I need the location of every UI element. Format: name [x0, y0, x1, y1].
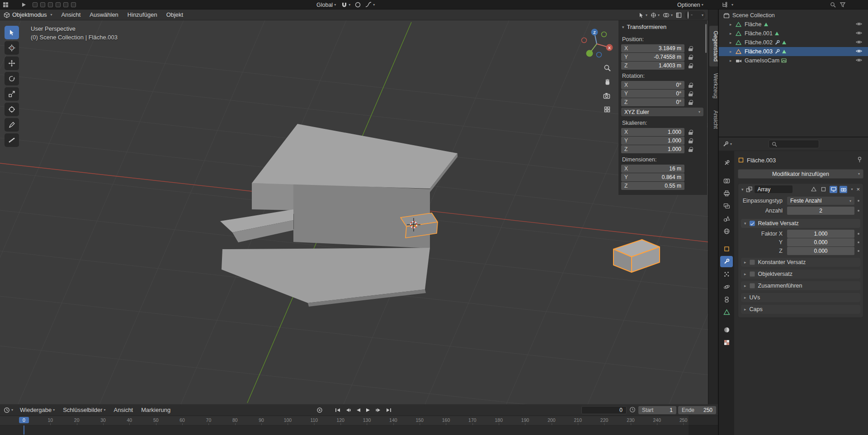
ortho-toggle-button[interactable] — [601, 104, 613, 115]
tab-werkzeug[interactable]: Werkzeug — [709, 68, 719, 104]
uvs-section[interactable]: ▸ UVs — [741, 293, 860, 302]
tool-cursor[interactable] — [5, 41, 19, 55]
lock-icon[interactable] — [689, 63, 693, 68]
lock-icon[interactable] — [689, 130, 693, 135]
play-icon[interactable] — [21, 2, 26, 7]
transform-orientation-dropdown[interactable]: Global▾ — [316, 2, 336, 8]
on-cage-toggle[interactable] — [810, 186, 817, 193]
xray-toggle[interactable] — [676, 12, 682, 18]
tool-scale[interactable] — [5, 87, 19, 101]
timeline-menu-wiedergabe[interactable]: Wiedergabe▾ — [16, 407, 59, 413]
menu-hinzufuegen[interactable]: Hinzufügen — [123, 9, 162, 20]
animate-dot[interactable] — [858, 241, 859, 243]
menu-objekt[interactable]: Objekt — [162, 9, 188, 20]
gizmo-neg-z-ball[interactable] — [597, 52, 602, 57]
disclosure-triangle-icon[interactable]: ▸ — [730, 22, 736, 27]
timeline-menu-schluesselbilder[interactable]: Schlüsselbilder▾ — [59, 407, 109, 413]
timeline-editor-icon[interactable] — [4, 407, 10, 413]
tab-material[interactable] — [720, 324, 733, 336]
animate-dot[interactable] — [858, 250, 859, 252]
scale-x-field[interactable]: X1.000 — [621, 128, 684, 136]
viewport-3d[interactable]: Z X User Perspective (0) Scene Collectio… — [0, 20, 708, 404]
eye-icon[interactable] — [855, 39, 863, 45]
close-icon[interactable]: × — [856, 186, 860, 193]
relative-offset-checkbox[interactable] — [750, 221, 755, 226]
shading-material-button[interactable] — [694, 14, 696, 15]
constant-offset-checkbox[interactable] — [750, 260, 755, 265]
eye-icon[interactable] — [855, 30, 863, 36]
outliner-row-scene-collection[interactable]: Scene Collection — [719, 11, 868, 20]
camera-view-button[interactable] — [601, 90, 613, 101]
tab-physics[interactable] — [720, 281, 733, 293]
selectability-dropdown[interactable]: ▾ — [638, 12, 647, 18]
dimensions-x-field[interactable]: X16 m — [621, 165, 684, 173]
jump-to-end-button[interactable] — [386, 407, 392, 413]
mesh-array-box-active[interactable] — [401, 213, 438, 238]
proportional-falloff-dropdown[interactable]: ▾ — [365, 2, 375, 8]
eye-icon[interactable] — [855, 21, 863, 27]
tab-output[interactable] — [720, 188, 733, 199]
caps-section[interactable]: ▸ Caps — [741, 305, 860, 314]
editor-type-icon[interactable] — [3, 2, 9, 8]
tab-object[interactable] — [720, 243, 733, 255]
add-modifier-button[interactable]: Modifikator hinzufügen ▾ — [738, 169, 863, 179]
animate-dot[interactable] — [858, 210, 859, 212]
next-keyframe-button[interactable] — [375, 407, 382, 413]
previous-keyframe-button[interactable] — [345, 407, 351, 413]
object-offset-checkbox[interactable] — [750, 271, 755, 277]
current-frame-field[interactable]: 0 — [581, 406, 627, 414]
menu-ansicht[interactable]: Ansicht — [57, 9, 85, 20]
lock-icon[interactable] — [689, 91, 693, 96]
object-offset-section[interactable]: ▸ Objektversatz — [741, 270, 860, 279]
tab-object-data[interactable] — [720, 307, 733, 318]
factor-z-field[interactable]: 0.000 — [787, 247, 854, 255]
edit-mode-toggle[interactable] — [820, 186, 827, 193]
overlays-dropdown[interactable]: ▾ — [663, 12, 673, 18]
outliner-row-gameisocam[interactable]: ▸ GameIsoCam — [719, 56, 868, 65]
position-y-field[interactable]: Y-0.74558 m — [621, 53, 684, 61]
factor-x-field[interactable]: 1.000 — [787, 230, 854, 238]
workspace-tab-icon[interactable] — [56, 2, 61, 7]
dimensions-z-field[interactable]: Z0.55 m — [621, 182, 684, 190]
position-x-field[interactable]: X3.1849 m — [621, 44, 684, 52]
scale-y-field[interactable]: Y1.000 — [621, 137, 684, 145]
relative-offset-header[interactable]: ▾ Relative Versatz — [741, 219, 860, 228]
animate-dot[interactable] — [858, 200, 859, 202]
options-dropdown[interactable]: Optionen▾ — [677, 0, 703, 9]
snap-magnet-button[interactable]: ▾ — [340, 2, 350, 8]
jump-to-start-button[interactable] — [335, 407, 341, 413]
disclosure-triangle-icon[interactable]: ▸ — [730, 49, 736, 54]
lock-icon[interactable] — [689, 83, 693, 88]
merge-checkbox[interactable] — [750, 283, 755, 288]
extras-dropdown-icon[interactable]: ▾ — [851, 187, 853, 191]
tool-select-box[interactable] — [5, 26, 19, 39]
tab-constraints[interactable] — [720, 294, 733, 305]
playhead-line[interactable] — [24, 426, 24, 435]
workspace-tab-icon[interactable] — [71, 2, 76, 7]
constant-offset-section[interactable]: ▸ Konstanter Versatz — [741, 258, 860, 267]
properties-search-input[interactable] — [769, 140, 819, 148]
render-toggle[interactable] — [840, 186, 847, 193]
n-panel-scrollbar[interactable] — [705, 24, 707, 53]
lock-icon[interactable] — [689, 138, 693, 143]
tab-gegenstand[interactable]: Gegenstand — [709, 26, 719, 66]
breadcrumb-object-name[interactable]: Fläche.003 — [747, 157, 776, 164]
play-reverse-button[interactable] — [355, 407, 361, 413]
transform-panel-header[interactable]: ▾ Transformieren — [621, 22, 704, 33]
lock-icon[interactable] — [689, 55, 693, 60]
workspace-tab-icon[interactable] — [40, 2, 45, 7]
auto-keyframe-button[interactable] — [316, 404, 323, 416]
tool-rotate[interactable] — [5, 72, 19, 85]
rotation-z-field[interactable]: Z0° — [621, 98, 684, 106]
timeline-menu-markierung[interactable]: Markierung — [137, 407, 175, 413]
disclosure-triangle-icon[interactable]: ▸ — [730, 40, 736, 45]
play-button[interactable] — [365, 407, 371, 413]
animate-dot[interactable] — [858, 233, 859, 235]
tab-tool[interactable] — [720, 157, 733, 169]
tab-modifiers[interactable] — [720, 256, 733, 267]
shading-rendered-button[interactable] — [697, 14, 699, 15]
search-icon[interactable] — [830, 2, 836, 8]
fit-type-dropdown[interactable]: Feste Anzahl ▾ — [787, 197, 854, 205]
shading-solid-button[interactable] — [691, 14, 693, 15]
factor-y-field[interactable]: 0.000 — [787, 238, 854, 246]
